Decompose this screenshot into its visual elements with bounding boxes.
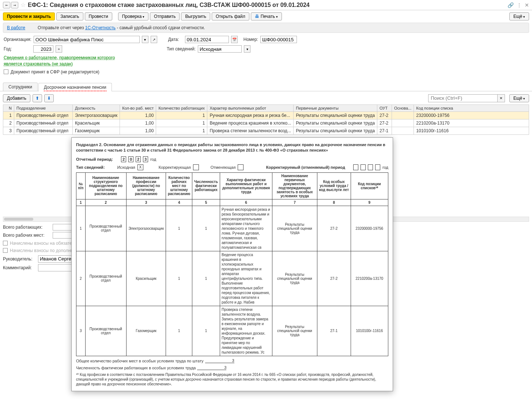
date-input[interactable] (185, 36, 229, 43)
menu-icon[interactable]: ⋮ (517, 2, 522, 8)
org-label: Организация: (4, 37, 31, 42)
tab-early-pension[interactable]: Досрочное назначение пенсии (38, 83, 112, 91)
type-select[interactable]: ▾ (244, 45, 250, 53)
info-bar: В работе Отправьте отчет через 1С-Отчетн… (3, 23, 529, 33)
close-icon[interactable]: ✕ (525, 2, 529, 8)
comment-label: Комментарий: (3, 265, 36, 270)
dues1-checkbox (3, 241, 8, 245)
total-places-label: Всего рабочих мест: (3, 233, 50, 238)
type-corr-check (193, 164, 199, 170)
overlay-table-row: 1Производственный отделЭлектрогазосварщи… (76, 206, 388, 251)
dues2-checkbox (3, 248, 8, 253)
date-pick[interactable]: 📅 (231, 36, 238, 43)
head-label: Руководитель: (3, 256, 36, 262)
1c-report-link[interactable]: 1С-Отчетность (85, 25, 116, 30)
search-clear[interactable]: × (498, 94, 505, 102)
printer-icon: 🖶 (255, 14, 259, 19)
open-file-button[interactable]: Открыть файл (212, 12, 249, 20)
year-input[interactable] (33, 45, 53, 53)
table-row[interactable]: 1Производственный отделЭлектрогазосварщи… (3, 111, 529, 119)
report-overlay: Подраздел 2. Основание для отражения дан… (71, 137, 393, 276)
tab-employees[interactable]: Сотрудники (3, 83, 38, 91)
overlay-table: № п/пНаименование структурного подраздел… (76, 172, 388, 276)
overlay-table-row: 2Производственный отделКрасильщик11Веден… (76, 251, 388, 275)
print-button[interactable]: 🖶Печать (251, 12, 282, 20)
move-up-button[interactable]: ⬆ (33, 94, 42, 102)
link-icon[interactable]: 🔗 (508, 2, 514, 8)
nav-back[interactable]: ← (3, 2, 10, 8)
accepted-checkbox[interactable] (4, 69, 8, 74)
org-input[interactable] (34, 36, 140, 43)
type-input[interactable] (198, 45, 242, 53)
type-orig-check: X (137, 164, 143, 170)
add-button[interactable]: Добавить (3, 94, 30, 102)
table-row[interactable]: 2Производственный отделКрасильщик1,001Ве… (3, 119, 529, 127)
successor-link[interactable]: Сведения о работодателе, правопреемником… (4, 55, 121, 67)
export-button[interactable]: Выгрузить (181, 12, 210, 20)
number-input[interactable] (260, 36, 297, 43)
nav-fwd[interactable]: → (11, 2, 18, 8)
type-label: Тип сведений: (167, 46, 196, 52)
type-cancel-check (238, 164, 244, 170)
total-workers-label: Всего работающих: (3, 225, 50, 230)
window-title: ЕФС-1: Сведения о страховом стаже застра… (28, 2, 508, 8)
star-icon[interactable]: ☆ (20, 1, 26, 8)
post-close-button[interactable]: Провести и закрыть (3, 12, 55, 20)
overlay-title: Подраздел 2. Основание для отражения дан… (76, 142, 388, 153)
date-label: Дата: (168, 37, 183, 42)
check-button[interactable]: Проверка (118, 12, 148, 20)
status-link[interactable]: В работе (7, 25, 25, 30)
accepted-label: Документ принят в СФР (не редактируется) (11, 69, 99, 75)
table-row[interactable]: 3Производственный отделГазомерщик1,001Пр… (3, 127, 529, 134)
more-button[interactable]: Ещё (509, 12, 529, 20)
number-label: Номер: (244, 37, 258, 42)
org-open[interactable]: ↗ (151, 36, 157, 43)
sub-more-button[interactable]: Ещё (509, 94, 529, 102)
save-button[interactable]: Записать (56, 12, 83, 20)
search-input[interactable] (428, 94, 498, 102)
move-down-button[interactable]: ⬇ (44, 94, 54, 102)
data-grid: N Подразделение Должность Кол-во раб. ме… (3, 104, 529, 135)
year-spin[interactable]: ÷ (56, 45, 62, 53)
send-button[interactable]: Отправить (150, 12, 180, 20)
year-label: Год: (4, 46, 31, 52)
org-select[interactable]: ▾ (142, 36, 148, 43)
post-button[interactable]: Провести (85, 12, 112, 20)
